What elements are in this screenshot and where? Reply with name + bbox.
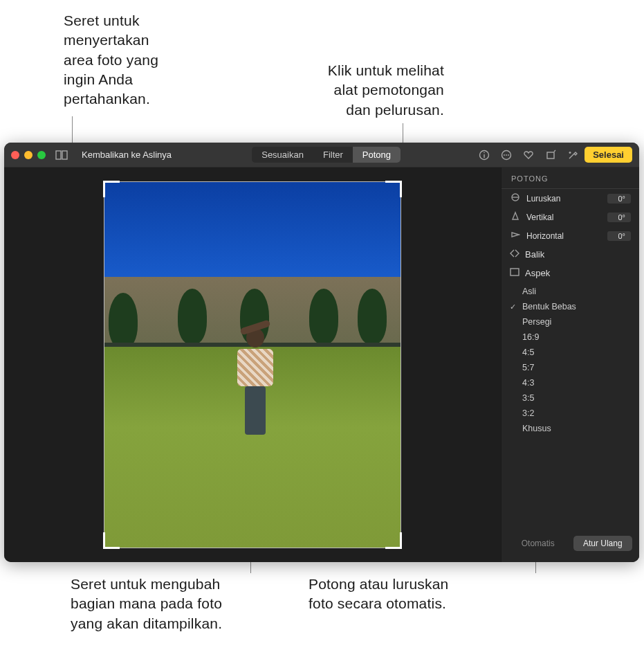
aspect-row[interactable]: Aspek bbox=[502, 264, 639, 282]
content-area: POTONG Luruskan 0° Vertikal 0° Horizo bbox=[4, 168, 639, 562]
rotate-icon[interactable] bbox=[544, 150, 557, 161]
horizontal-slider[interactable]: Horizontal 0° bbox=[502, 226, 639, 245]
toolbar: Kembalikan ke Aslinya Sesuaikan Filter P… bbox=[4, 143, 639, 168]
compare-icon[interactable] bbox=[55, 150, 68, 161]
crop-frame[interactable] bbox=[104, 181, 401, 548]
horizontal-icon bbox=[510, 230, 521, 242]
vertical-value: 0° bbox=[607, 213, 631, 222]
toolbar-right-icons bbox=[478, 150, 579, 161]
aspect-item-16-9[interactable]: 16:9 bbox=[502, 330, 639, 345]
horizontal-value: 0° bbox=[607, 231, 631, 241]
svg-rect-9 bbox=[547, 152, 554, 159]
svg-point-7 bbox=[506, 154, 507, 156]
photo-preview[interactable] bbox=[104, 182, 401, 548]
fullscreen-window-button[interactable] bbox=[37, 151, 46, 159]
callout-drag-change: Seret untuk mengubahbagian mana pada fot… bbox=[71, 575, 250, 633]
favorite-icon[interactable] bbox=[522, 150, 535, 161]
check-icon: ✓ bbox=[510, 303, 516, 312]
crop-handle-tr[interactable] bbox=[385, 181, 402, 197]
tab-adjust[interactable]: Sesuaikan bbox=[252, 147, 313, 163]
tab-filter[interactable]: Filter bbox=[313, 147, 353, 163]
photo-subject bbox=[234, 328, 276, 439]
aspect-label: Aspek bbox=[525, 268, 550, 278]
callout-click-tools: Klik untuk melihatalat pemotongandan pel… bbox=[299, 61, 444, 120]
flip-label: Balik bbox=[525, 249, 544, 260]
photos-edit-window: Kembalikan ke Aslinya Sesuaikan Filter P… bbox=[4, 143, 639, 562]
revert-button[interactable]: Kembalikan ke Aslinya bbox=[73, 147, 180, 162]
svg-point-4 bbox=[484, 152, 485, 153]
reset-button[interactable]: Atur Ulang bbox=[573, 536, 633, 551]
aspect-item-bentuk-bebas[interactable]: ✓Bentuk Bebas bbox=[502, 299, 639, 314]
straighten-label: Luruskan bbox=[526, 194, 602, 204]
straighten-icon bbox=[510, 192, 521, 204]
svg-rect-12 bbox=[510, 269, 519, 276]
tab-crop[interactable]: Potong bbox=[353, 147, 401, 163]
edit-mode-segment: Sesuaikan Filter Potong bbox=[252, 147, 401, 163]
straighten-slider[interactable]: Luruskan 0° bbox=[502, 189, 639, 208]
crop-panel: POTONG Luruskan 0° Vertikal 0° Horizo bbox=[501, 168, 639, 562]
callout-drag-include: Seret untukmenyertakanarea foto yangingi… bbox=[64, 11, 202, 109]
straighten-value: 0° bbox=[607, 194, 631, 204]
image-stage bbox=[4, 168, 501, 562]
info-icon[interactable] bbox=[478, 150, 490, 161]
svg-point-6 bbox=[504, 154, 505, 156]
aspect-item-4-3[interactable]: 4:3 bbox=[502, 375, 639, 390]
done-button[interactable]: Selesai bbox=[585, 147, 632, 163]
enhance-icon[interactable] bbox=[567, 150, 579, 161]
aspect-item-khusus[interactable]: Khusus bbox=[502, 421, 639, 436]
svg-rect-1 bbox=[62, 151, 67, 159]
aspect-list: Asli ✓Bentuk Bebas Persegi 16:9 4:5 5:7 … bbox=[502, 282, 639, 439]
vertical-icon bbox=[510, 211, 521, 223]
aspect-item-3-5[interactable]: 3:5 bbox=[502, 390, 639, 406]
crop-handle-br[interactable] bbox=[385, 532, 402, 549]
window-controls bbox=[11, 151, 46, 159]
crop-handle-tl[interactable] bbox=[103, 181, 120, 197]
svg-point-8 bbox=[508, 154, 509, 156]
vertical-label: Vertikal bbox=[526, 213, 602, 222]
svg-rect-0 bbox=[56, 151, 61, 159]
auto-button[interactable]: Otomatis bbox=[508, 536, 568, 551]
aspect-item-persegi[interactable]: Persegi bbox=[502, 314, 639, 330]
callout-auto-crop: Potong atau luruskanfoto secara otomatis… bbox=[309, 575, 488, 614]
close-window-button[interactable] bbox=[11, 151, 19, 159]
minimize-window-button[interactable] bbox=[24, 151, 33, 159]
more-icon[interactable] bbox=[500, 150, 513, 161]
aspect-item-3-2[interactable]: 3:2 bbox=[502, 406, 639, 421]
aspect-item-4-5[interactable]: 4:5 bbox=[502, 345, 639, 360]
flip-icon bbox=[510, 249, 521, 260]
panel-header: POTONG bbox=[502, 168, 639, 189]
panel-footer: Otomatis Atur Ulang bbox=[502, 530, 639, 557]
aspect-icon bbox=[510, 268, 521, 278]
crop-handle-bl[interactable] bbox=[103, 532, 120, 549]
vertical-slider[interactable]: Vertikal 0° bbox=[502, 208, 639, 226]
aspect-item-5-7[interactable]: 5:7 bbox=[502, 360, 639, 375]
flip-row[interactable]: Balik bbox=[502, 245, 639, 264]
horizontal-label: Horizontal bbox=[526, 231, 602, 241]
aspect-item-asli[interactable]: Asli bbox=[502, 284, 639, 299]
